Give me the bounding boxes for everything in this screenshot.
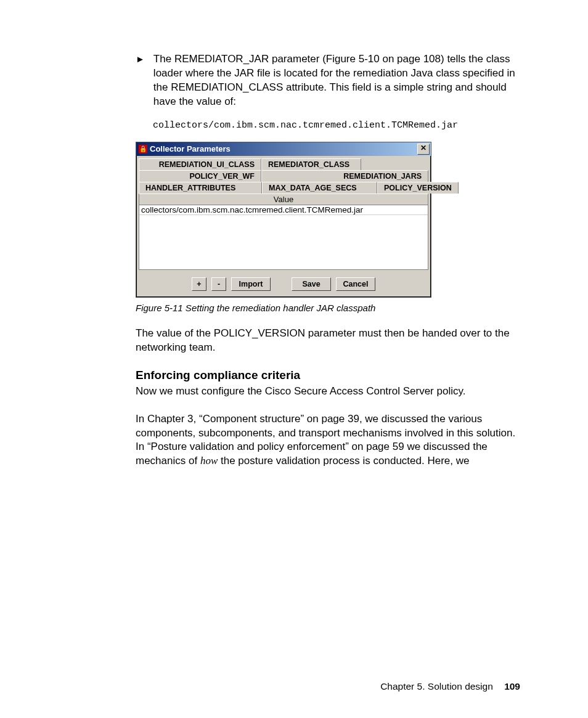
remove-button[interactable]: -: [211, 277, 226, 291]
tabs-area: REMEDIATION_UI_CLASS REMEDIATOR_CLASS PO…: [136, 156, 431, 194]
paragraph-policy-version: The value of the POLICY_VERSION paramete…: [136, 327, 520, 355]
dialog-button-row: + - Import Save Cancel: [136, 272, 431, 297]
tab-remediation-ui-class[interactable]: REMEDIATION_UI_CLASS: [139, 158, 261, 170]
import-button[interactable]: Import: [231, 277, 271, 291]
footer-page-number: 109: [504, 681, 520, 691]
figure-caption: Figure 5-11 Setting the remediation hand…: [136, 303, 520, 313]
paragraph-chapter3: In Chapter 3, “Component structure” on p…: [136, 412, 520, 469]
dialog-titlebar: 🔒 Collector Parameters ✕: [136, 142, 431, 156]
bullet-text: The REMEDIATOR_JAR parameter (Figure 5-1…: [153, 52, 520, 109]
close-icon: ✕: [420, 144, 427, 152]
paragraph-configure-acs: Now we must configure the Cisco Secure A…: [136, 385, 520, 399]
footer-chapter: Chapter 5. Solution design: [380, 681, 493, 691]
close-button[interactable]: ✕: [417, 144, 430, 155]
para3-how: how: [200, 455, 218, 467]
value-row[interactable]: collectors/com.ibm.scm.nac.tcmremed.clie…: [139, 205, 428, 215]
tab-remediator-class[interactable]: REMEDIATOR_CLASS: [261, 158, 361, 170]
value-column-header: Value: [139, 194, 428, 205]
lock-icon: 🔒: [139, 145, 147, 153]
tab-policy-version[interactable]: POLICY_VERSION: [377, 182, 459, 194]
tab-remediation-jars[interactable]: REMEDIATION_JARS: [261, 170, 428, 182]
bullet-paragraph: ► The REMEDIATOR_JAR parameter (Figure 5…: [136, 52, 520, 109]
figure-dialog: 🔒 Collector Parameters ✕ REMEDIATION_UI_…: [136, 142, 520, 298]
tab-policy-ver-wf[interactable]: POLICY_VER_WF: [139, 170, 261, 182]
para3-part-b: the posture validation process is conduc…: [218, 455, 469, 467]
save-button[interactable]: Save: [292, 277, 331, 291]
code-path: collectors/com.ibm.scm.nac.tcmremed.clie…: [153, 120, 520, 131]
collector-parameters-dialog: 🔒 Collector Parameters ✕ REMEDIATION_UI_…: [136, 142, 431, 298]
cancel-button[interactable]: Cancel: [336, 277, 375, 291]
add-button[interactable]: +: [192, 277, 206, 291]
page-footer: Chapter 5. Solution design 109: [380, 681, 520, 692]
tab-handler-attributes[interactable]: HANDLER_ATTRIBUTES: [139, 182, 262, 194]
value-panel: Value collectors/com.ibm.scm.nac.tcmreme…: [139, 194, 428, 270]
tab-max-data-age-secs[interactable]: MAX_DATA_AGE_SECS: [262, 182, 377, 194]
bullet-marker-icon: ►: [136, 52, 145, 109]
dialog-title: Collector Parameters: [150, 144, 231, 153]
heading-enforcing-compliance: Enforcing compliance criteria: [136, 369, 520, 382]
